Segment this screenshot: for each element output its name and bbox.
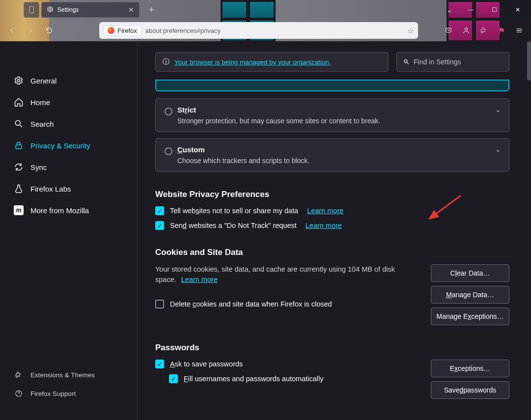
password-exceptions-button[interactable]: Exceptions…: [431, 360, 509, 377]
list-all-tabs-button[interactable]: ⌄: [441, 3, 458, 17]
reload-icon: [45, 27, 53, 34]
extensions-button[interactable]: [476, 23, 492, 38]
manage-exceptions-button[interactable]: Manage Exceptions…: [431, 308, 509, 325]
sidebar-extensions-themes[interactable]: Extensions & Themes: [9, 367, 128, 383]
sidebar-item-more-mozilla[interactable]: m More from Mozilla: [9, 200, 128, 220]
pocket-icon: [445, 27, 452, 34]
hamburger-icon: [515, 27, 523, 34]
gear-icon: [47, 6, 54, 14]
radio-strict[interactable]: [165, 108, 172, 115]
home-icon: [14, 97, 24, 107]
info-icon: ⓘ: [163, 57, 169, 66]
url-bar[interactable]: Firefox about:preferences#privacy ☆: [99, 22, 418, 39]
checkbox-delete-on-close[interactable]: [155, 300, 164, 308]
back-button[interactable]: [4, 23, 20, 38]
checkbox-row-do-not-track: ✓ Send websites a "Do Not Track" request…: [155, 221, 509, 230]
puzzle-icon: [480, 27, 488, 34]
card-desc: Stronger protection, but may cause some …: [177, 117, 486, 125]
card-title: Custom: [177, 145, 486, 154]
window-minimize-button[interactable]: —: [459, 2, 482, 18]
new-tab-button[interactable]: +: [144, 3, 158, 17]
sidebar-label: General: [30, 77, 56, 85]
tracking-custom-card[interactable]: ⌄ Custom Choose which trackers and scrip…: [155, 138, 509, 172]
sync-icon: [14, 162, 24, 172]
save-to-pocket-button[interactable]: [441, 23, 456, 38]
sidebar-label: Extensions & Themes: [30, 371, 95, 379]
flask-icon: [14, 184, 24, 194]
section-title-cookies: Cookies and Site Data: [155, 248, 509, 257]
checkbox-label: Delete cookies and site data when Firefo…: [170, 300, 332, 308]
checkbox-ask-save-passwords[interactable]: ✓: [155, 360, 164, 368]
tab-overview-button[interactable]: [24, 2, 39, 18]
mozilla-icon: m: [14, 205, 24, 215]
window-close-button[interactable]: ✕: [506, 2, 529, 18]
plus-icon: +: [149, 5, 154, 15]
checkbox-autofill-passwords[interactable]: ✓: [169, 374, 178, 383]
card-title: Strict: [177, 106, 486, 114]
checkbox-label: Tell websites not to sell or share my da…: [170, 207, 298, 215]
minimize-icon: —: [468, 6, 474, 13]
chevron-down-icon: ⌄: [495, 106, 501, 113]
svg-point-3: [15, 120, 20, 125]
close-icon: ✕: [515, 6, 520, 13]
tracking-strict-card[interactable]: ⌄ Strict Stronger protection, but may ca…: [155, 98, 509, 132]
clear-data-button[interactable]: Clear Data…: [431, 264, 509, 282]
manage-data-button[interactable]: Manage Data…: [431, 286, 509, 304]
sidebar-item-labs[interactable]: Firefox Labs: [9, 179, 128, 198]
identity-box[interactable]: Firefox: [103, 26, 141, 36]
puzzle-icon: [14, 370, 24, 380]
sidebar-item-sync[interactable]: Sync: [9, 157, 128, 177]
window-maximize-button[interactable]: ☐: [483, 2, 505, 18]
nav-toolbar: Firefox about:preferences#privacy ☆ ⚑: [0, 20, 531, 41]
forward-arrow-icon: [26, 26, 35, 35]
search-icon: 🔍︎: [403, 58, 410, 66]
svg-point-2: [18, 80, 20, 82]
search-placeholder: Find in Settings: [414, 58, 461, 66]
bookmark-star-icon[interactable]: ☆: [407, 26, 414, 35]
radio-custom[interactable]: [165, 147, 172, 155]
search-icon: [14, 119, 24, 129]
org-managed-link[interactable]: Your browser is being managed by your or…: [174, 58, 331, 66]
forward-button[interactable]: [23, 23, 38, 38]
whats-new-button[interactable]: ⚑: [494, 23, 509, 38]
app-menu-button[interactable]: [511, 23, 527, 38]
section-title-passwords: Passwords: [155, 343, 509, 353]
gear-icon: [14, 76, 24, 85]
sidebar-item-search[interactable]: Search: [9, 114, 128, 134]
main-layout: General Home Search Privacy & Security S…: [0, 41, 531, 420]
checkbox-label: Ask to save passwords: [170, 360, 243, 368]
svg-point-1: [465, 28, 467, 30]
firefox-logo-icon: [108, 27, 114, 34]
tracking-standard-card-bottom[interactable]: [155, 80, 509, 91]
sidebar-item-general[interactable]: General: [9, 71, 128, 90]
sidebar-label: More from Mozilla: [30, 206, 89, 215]
help-icon: [14, 389, 24, 398]
checkbox-do-not-sell[interactable]: ✓: [155, 206, 164, 215]
sidebar-item-home[interactable]: Home: [9, 92, 128, 112]
checkbox-do-not-track[interactable]: ✓: [155, 221, 164, 230]
checkbox-row-autofill-passwords: ✓ Fill usernames and passwords automatic…: [169, 374, 421, 383]
browser-tab-settings[interactable]: Settings ✕: [41, 2, 140, 18]
checkbox-label: Fill usernames and passwords automatical…: [184, 375, 324, 383]
sidebar-label: Home: [30, 98, 50, 107]
reload-button[interactable]: [41, 23, 57, 38]
checkbox-row-do-not-sell: ✓ Tell websites not to sell or share my …: [155, 206, 509, 215]
sidebar-label: Firefox Support: [30, 390, 76, 397]
sidebar-firefox-support[interactable]: Firefox Support: [9, 386, 128, 401]
url-text: about:preferences#privacy: [145, 27, 403, 34]
close-tab-icon[interactable]: ✕: [128, 6, 134, 14]
checkbox-row-delete-on-close: Delete cookies and site data when Firefo…: [155, 300, 421, 308]
settings-search-input[interactable]: 🔍︎ Find in Settings: [396, 52, 509, 72]
account-button[interactable]: [458, 23, 474, 38]
scrollbar-thumb[interactable]: [527, 41, 531, 81]
card-desc: Choose which trackers and scripts to blo…: [177, 157, 486, 165]
learn-more-link[interactable]: Learn more: [306, 222, 342, 229]
learn-more-link[interactable]: Learn more: [181, 276, 218, 283]
settings-content: ⓘ Your browser is being managed by your …: [138, 41, 531, 420]
learn-more-link[interactable]: Learn more: [307, 207, 343, 215]
sidebar-item-privacy[interactable]: Privacy & Security: [9, 136, 128, 155]
settings-sidebar: General Home Search Privacy & Security S…: [0, 41, 138, 420]
tab-overview-icon: [29, 6, 34, 13]
saved-passwords-button[interactable]: Saved passwords: [431, 381, 509, 399]
checkbox-label: Send websites a "Do Not Track" request: [170, 222, 297, 229]
